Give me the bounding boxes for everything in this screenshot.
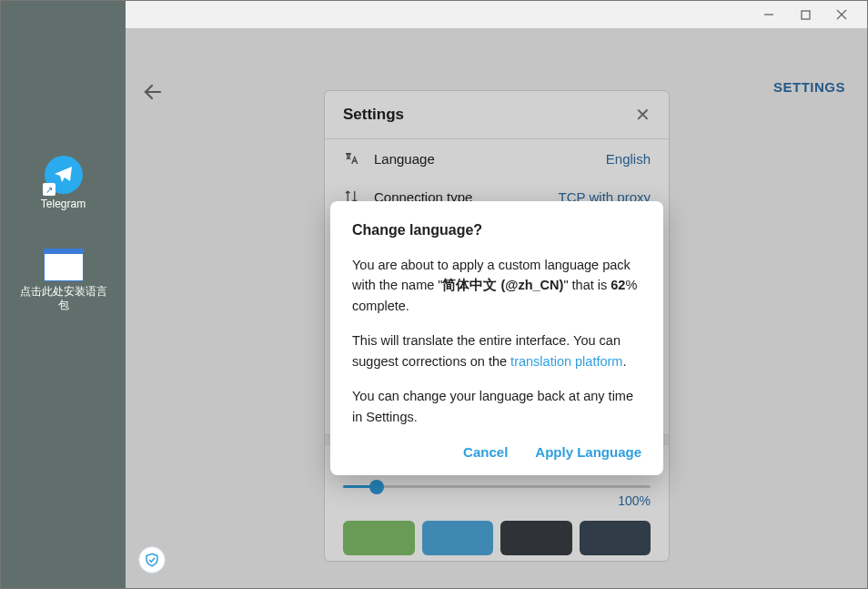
verified-badge bbox=[138, 546, 166, 574]
cancel-button[interactable]: Cancel bbox=[463, 442, 508, 462]
minimize-icon bbox=[763, 9, 774, 20]
maximize-icon bbox=[801, 10, 811, 20]
svg-rect-1 bbox=[802, 11, 810, 19]
language-pack-name: 简体中文 (@zh_CN) bbox=[442, 278, 563, 292]
shield-check-icon bbox=[144, 552, 160, 568]
install-language-shortcut[interactable]: 点击此处安装语言包 bbox=[18, 249, 109, 313]
close-icon bbox=[836, 9, 847, 20]
webpage-icon bbox=[44, 249, 84, 281]
apply-language-button[interactable]: Apply Language bbox=[535, 442, 641, 462]
desktop-background: ↗ Telegram 点击此处安装语言包 bbox=[1, 1, 126, 588]
dialog-paragraph-2: This will translate the entire interface… bbox=[352, 330, 641, 371]
dialog-paragraph-1: You are about to apply a custom language… bbox=[352, 255, 641, 316]
window-titlebar bbox=[126, 1, 867, 28]
app-body: SETTINGS Settings ✕ Language English Con… bbox=[126, 28, 867, 588]
close-button[interactable] bbox=[823, 2, 860, 27]
completion-percent: 62 bbox=[611, 278, 625, 292]
maximize-button[interactable] bbox=[787, 2, 823, 27]
telegram-shortcut-label: Telegram bbox=[41, 198, 86, 212]
dialog-paragraph-3: You can change your language back at any… bbox=[352, 386, 641, 427]
change-language-dialog: Change language? You are about to apply … bbox=[330, 201, 663, 475]
telegram-desktop-shortcut[interactable]: ↗ Telegram bbox=[18, 156, 109, 212]
telegram-app-window: SETTINGS Settings ✕ Language English Con… bbox=[126, 1, 867, 588]
telegram-icon: ↗ bbox=[45, 156, 83, 194]
shortcut-arrow-icon: ↗ bbox=[43, 183, 56, 196]
install-language-label: 点击此处安装语言包 bbox=[18, 285, 109, 313]
dialog-footer: Cancel Apply Language bbox=[352, 442, 641, 462]
dialog-title: Change language? bbox=[352, 219, 641, 242]
minimize-button[interactable] bbox=[751, 2, 787, 27]
translation-platform-link[interactable]: translation platform bbox=[510, 354, 622, 369]
